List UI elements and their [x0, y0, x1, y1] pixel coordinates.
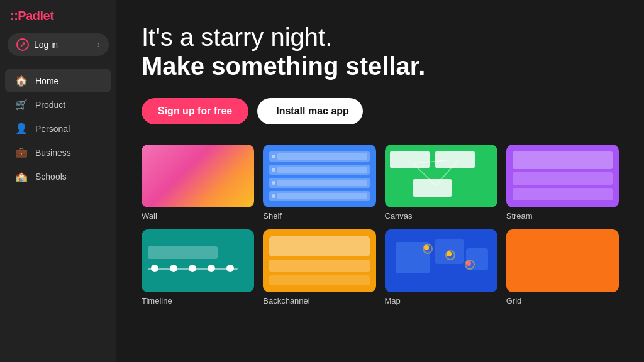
- sidebar-item-schools-label: Schools: [35, 172, 67, 182]
- sidebar-item-product-label: Product: [35, 100, 65, 110]
- format-map: Map: [385, 229, 497, 305]
- schools-icon: 🏫: [15, 170, 28, 182]
- format-wall: Wall: [142, 145, 254, 221]
- sidebar-item-home-label: Home: [35, 76, 58, 86]
- grid-thumbnail[interactable]: [506, 229, 619, 292]
- map-thumbnail[interactable]: [385, 229, 497, 292]
- canvas-label: Canvas: [385, 211, 497, 221]
- main-content: It's a starry night. Make something stel…: [116, 0, 644, 362]
- sidebar-item-home[interactable]: 🏠 Home: [5, 69, 111, 92]
- sidebar: ::Padlet ↗ Log in › 🏠 Home 🛒 Product 👤 P…: [0, 0, 116, 362]
- format-canvas: Canvas: [385, 145, 497, 221]
- sidebar-item-schools[interactable]: 🏫 Schools: [5, 165, 111, 188]
- format-stream: Stream: [506, 145, 619, 221]
- hero-section: It's a starry night. Make something stel…: [142, 23, 619, 80]
- wall-thumbnail[interactable]: [142, 145, 254, 207]
- logo: ::Padlet: [0, 9, 116, 33]
- business-icon: 💼: [15, 146, 28, 158]
- product-icon: 🛒: [15, 99, 28, 111]
- formats-grid: Wall Shelf: [142, 145, 619, 305]
- format-timeline: Timeline: [142, 229, 254, 305]
- svg-line-2: [435, 160, 458, 185]
- timeline-label: Timeline: [142, 296, 254, 305]
- format-backchannel: Backchannel: [263, 229, 375, 305]
- signup-button[interactable]: Sign up for free: [142, 98, 248, 124]
- hero-line1: It's a starry night.: [142, 23, 619, 52]
- install-mac-label: Install mac app: [276, 106, 349, 117]
- canvas-thumbnail[interactable]: [385, 145, 497, 207]
- install-mac-button[interactable]: Install mac app: [257, 98, 363, 124]
- stream-thumbnail[interactable]: [506, 145, 619, 207]
- personal-icon: 👤: [15, 123, 28, 134]
- sidebar-item-business[interactable]: 💼 Business: [5, 141, 111, 164]
- hero-line2: Make something stellar.: [142, 52, 619, 80]
- sidebar-item-business-label: Business: [35, 148, 71, 158]
- sidebar-nav: 🏠 Home 🛒 Product 👤 Personal 💼 Business 🏫…: [0, 69, 116, 189]
- svg-line-1: [413, 163, 435, 185]
- wall-label: Wall: [142, 211, 254, 221]
- login-button[interactable]: ↗ Log in ›: [8, 33, 109, 56]
- login-icon: ↗: [16, 38, 29, 51]
- canvas-lines-svg: [385, 145, 497, 207]
- shelf-thumbnail[interactable]: [263, 145, 375, 207]
- sidebar-item-personal[interactable]: 👤 Personal: [5, 117, 111, 140]
- format-grid: Grid: [506, 229, 619, 305]
- backchannel-thumbnail[interactable]: [263, 229, 375, 292]
- cta-buttons: Sign up for free Install mac app: [142, 98, 619, 124]
- home-icon: 🏠: [15, 75, 28, 87]
- svg-line-0: [413, 160, 447, 163]
- login-label: Log in: [34, 40, 58, 50]
- sidebar-item-product[interactable]: 🛒 Product: [5, 93, 111, 116]
- format-shelf: Shelf: [263, 145, 375, 221]
- backchannel-label: Backchannel: [263, 296, 375, 305]
- stream-label: Stream: [506, 211, 619, 221]
- chevron-right-icon: ›: [97, 40, 100, 49]
- grid-label: Grid: [506, 296, 619, 305]
- sidebar-item-personal-label: Personal: [35, 124, 70, 134]
- shelf-label: Shelf: [263, 211, 375, 221]
- timeline-thumbnail[interactable]: [142, 229, 254, 292]
- map-label: Map: [385, 296, 497, 305]
